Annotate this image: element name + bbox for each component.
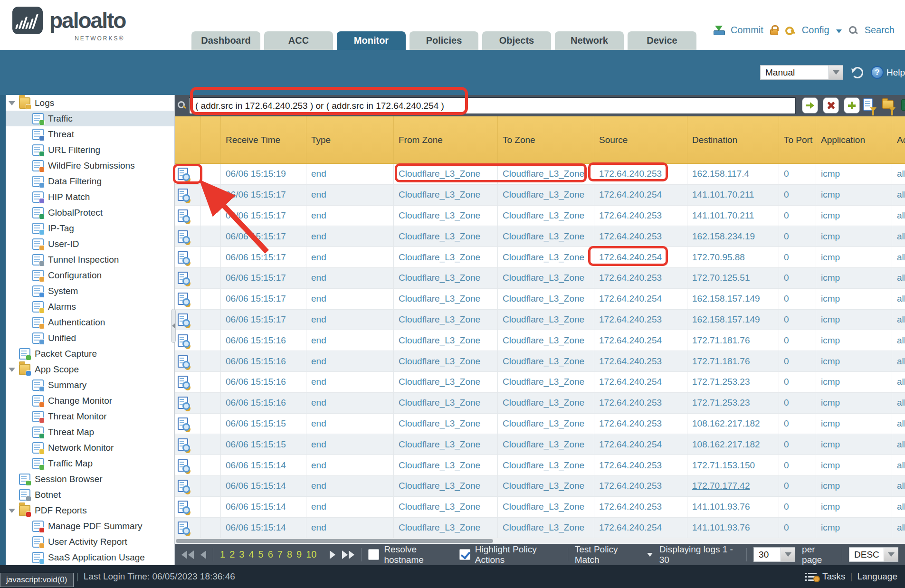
sidebar-item-app-scope[interactable]: App Scope (6, 361, 174, 377)
expander-icon[interactable] (9, 100, 15, 106)
cell-source[interactable]: 172.64.240.253 (599, 273, 662, 283)
commit-button[interactable]: Commit (731, 25, 763, 36)
table-row[interactable]: 06/06 15:15:16endCloudflare_L3_ZoneCloud… (175, 393, 905, 414)
sidebar-item-logs[interactable]: Logs (6, 95, 174, 111)
cell-destination[interactable]: 162.158.234.19 (692, 231, 755, 242)
config-caret-icon[interactable] (836, 29, 842, 33)
export-csv-button[interactable]: X (901, 99, 905, 111)
cell-to-zone[interactable]: Cloudflare_L3_Zone (503, 398, 584, 408)
sidebar-item-threat[interactable]: Threat (6, 126, 174, 142)
first-page-button[interactable] (181, 550, 194, 559)
column-header-action[interactable]: Action (892, 116, 905, 163)
cell-source[interactable]: 172.64.240.253 (599, 481, 662, 491)
cell-destination[interactable]: 172.71.153.150 (692, 460, 755, 471)
cell-source[interactable]: 172.64.240.254 (599, 335, 662, 346)
sidebar-item-botnet[interactable]: Botnet (6, 487, 174, 503)
table-row[interactable]: 06/06 15:15:16endCloudflare_L3_ZoneCloud… (175, 330, 905, 351)
cell-from-zone[interactable]: Cloudflare_L3_Zone (399, 481, 480, 491)
tab-acc[interactable]: ACC (264, 31, 333, 50)
cell-destination[interactable]: 162.158.157.149 (692, 314, 760, 325)
table-row[interactable]: 06/06 15:15:16endCloudflare_L3_ZoneCloud… (175, 372, 905, 393)
page-number[interactable]: 9 (296, 549, 302, 560)
cell-from-zone[interactable]: Cloudflare_L3_Zone (399, 335, 480, 346)
sidebar-item-summary[interactable]: Summary (6, 377, 174, 393)
cell-source[interactable]: 172.64.240.253 (599, 356, 662, 367)
cell-source[interactable]: 172.64.240.253 (599, 314, 662, 325)
page-number[interactable]: 3 (239, 549, 244, 560)
lock-icon[interactable] (770, 29, 778, 35)
next-page-button[interactable] (330, 550, 335, 559)
sidebar-item-traffic[interactable]: Traffic (6, 111, 174, 126)
refresh-mode-dropdown-button[interactable] (829, 65, 843, 80)
highlight-policy-actions-checkbox[interactable] (459, 549, 470, 560)
page-number[interactable]: 7 (277, 549, 283, 560)
sidebar-item-data-filtering[interactable]: Data Filtering (6, 173, 174, 189)
log-detail-icon[interactable] (178, 417, 188, 430)
cell-from-zone[interactable]: Cloudflare_L3_Zone (399, 439, 480, 450)
log-detail-icon[interactable] (178, 376, 188, 388)
cell-from-zone[interactable]: Cloudflare_L3_Zone (399, 418, 480, 429)
page-number[interactable]: 10 (306, 549, 316, 560)
cell-source[interactable]: 172.64.240.253 (599, 418, 662, 429)
tab-network[interactable]: Network (555, 31, 624, 50)
cell-destination[interactable]: 172.70.125.51 (692, 273, 750, 283)
cell-source[interactable]: 172.64.240.253 (599, 169, 662, 179)
cell-from-zone[interactable]: Cloudflare_L3_Zone (399, 210, 480, 221)
log-detail-icon[interactable] (178, 459, 188, 472)
sidebar-item-traffic-map[interactable]: Traffic Map (6, 455, 174, 471)
column-header-destination[interactable]: Destination (687, 116, 779, 163)
sort-order-dropdown-button[interactable] (884, 547, 898, 562)
cell-to-zone[interactable]: Cloudflare_L3_Zone (503, 273, 584, 283)
cell-source[interactable]: 172.64.240.253 (599, 460, 662, 471)
sidebar-item-hip-match[interactable]: HIP Match (6, 189, 174, 205)
sidebar-item-network-monitor[interactable]: Network Monitor (6, 440, 174, 455)
language-button[interactable]: Language (857, 571, 897, 582)
cell-to-zone[interactable]: Cloudflare_L3_Zone (503, 522, 584, 533)
cell-from-zone[interactable]: Cloudflare_L3_Zone (399, 314, 480, 325)
search-button[interactable]: Search (865, 25, 895, 36)
sidebar-item-wildfire-submissions[interactable]: WildFire Submissions (6, 158, 174, 173)
sidebar-item-ip-tag[interactable]: IP-Tag (6, 220, 174, 236)
sidebar-item-unified[interactable]: Unified (6, 330, 174, 346)
tab-dashboard[interactable]: Dashboard (191, 31, 260, 50)
sidebar-item-authentication[interactable]: Authentication (6, 314, 174, 330)
cell-to-zone[interactable]: Cloudflare_L3_Zone (503, 439, 584, 450)
cell-to-zone[interactable]: Cloudflare_L3_Zone (503, 252, 584, 263)
page-number[interactable]: 1 (220, 549, 225, 560)
tasks-button[interactable]: Tasks (822, 571, 846, 582)
cell-from-zone[interactable]: Cloudflare_L3_Zone (399, 294, 480, 304)
cell-destination[interactable]: 172.71.253.23 (692, 377, 750, 387)
cell-destination[interactable]: 141.101.70.211 (692, 190, 754, 200)
cell-source[interactable]: 172.64.240.253 (599, 398, 662, 408)
sidebar-item-tunnel-inspection[interactable]: Tunnel Inspection (6, 252, 174, 267)
sidebar-item-globalprotect[interactable]: GlobalProtect (6, 205, 174, 220)
apply-filter-button[interactable] (802, 97, 818, 114)
filter-builder-button[interactable] (863, 98, 876, 113)
cell-source[interactable]: 172.64.240.254 (599, 252, 662, 263)
cell-destination[interactable]: 108.162.217.182 (692, 418, 760, 429)
cell-to-zone[interactable]: Cloudflare_L3_Zone (503, 169, 584, 179)
sidebar-item-system[interactable]: System (6, 283, 174, 299)
table-row[interactable]: 06/06 15:15:17endCloudflare_L3_ZoneCloud… (175, 226, 905, 247)
table-row[interactable]: 06/06 15:15:17endCloudflare_L3_ZoneCloud… (175, 185, 905, 206)
cell-to-zone[interactable]: Cloudflare_L3_Zone (503, 356, 584, 367)
log-detail-icon[interactable] (178, 189, 188, 201)
refresh-icon[interactable] (852, 67, 863, 78)
cell-source[interactable]: 172.64.240.254 (599, 522, 662, 533)
table-row[interactable]: 06/06 15:15:17endCloudflare_L3_ZoneCloud… (175, 247, 905, 268)
log-detail-icon[interactable] (178, 522, 188, 534)
cell-to-zone[interactable]: Cloudflare_L3_Zone (503, 314, 584, 325)
page-number[interactable]: 6 (268, 549, 273, 560)
help-label[interactable]: Help (886, 67, 905, 78)
cell-destination[interactable]: 172.71.253.23 (692, 398, 750, 408)
cell-to-zone[interactable]: Cloudflare_L3_Zone (503, 418, 584, 429)
column-header-application[interactable]: Application (816, 116, 892, 163)
cell-from-zone[interactable]: Cloudflare_L3_Zone (399, 522, 480, 533)
expander-icon[interactable] (9, 507, 15, 514)
sidebar-item-user-id[interactable]: User-ID (6, 236, 174, 252)
table-row[interactable]: 06/06 15:15:16endCloudflare_L3_ZoneCloud… (175, 351, 905, 372)
cell-destination[interactable]: 141.101.70.211 (692, 210, 754, 221)
table-row[interactable]: 06/06 15:15:17endCloudflare_L3_ZoneCloud… (175, 289, 905, 310)
cell-from-zone[interactable]: Cloudflare_L3_Zone (399, 502, 480, 512)
column-header-to-zone[interactable]: To Zone (498, 116, 594, 163)
